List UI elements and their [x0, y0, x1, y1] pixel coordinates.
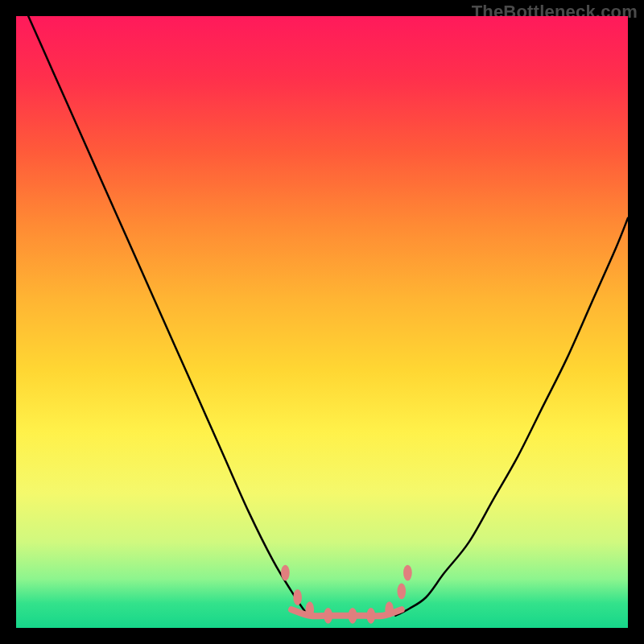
marker-dot-left-mid — [293, 589, 302, 605]
marker-dot-right-mid — [397, 584, 406, 600]
series-curve-right — [395, 218, 628, 616]
chart-svg — [16, 16, 628, 628]
marker-dot-left-low — [305, 601, 314, 617]
marker-dot-left-upper — [281, 565, 290, 581]
marker-dot-center-2 — [349, 608, 357, 624]
marker-dot-center-1 — [324, 608, 332, 624]
series-layer — [28, 16, 628, 616]
chart-frame — [16, 16, 628, 628]
marker-dot-center-3 — [366, 608, 375, 624]
marker-dot-right-low — [385, 601, 394, 617]
series-curve-left — [28, 16, 310, 616]
marker-dot-right-upper — [403, 565, 412, 581]
